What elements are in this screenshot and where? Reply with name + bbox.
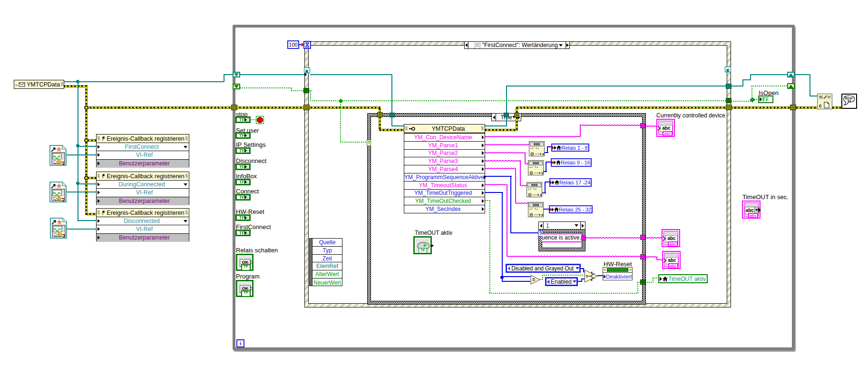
svg-text:1: 1 (62, 161, 65, 166)
svg-text:#: # (542, 152, 544, 156)
svg-text:3: 3 (63, 234, 65, 239)
svg-text:2: 2 (62, 198, 65, 202)
svg-text:#: # (541, 213, 543, 217)
svg-text:?: ? (585, 274, 588, 279)
svg-text:#: # (541, 171, 543, 175)
svg-text:c: c (819, 103, 822, 108)
svg-text:T: T (591, 271, 593, 275)
svg-text:#: # (540, 193, 542, 197)
svg-text:F: F (591, 278, 593, 282)
svg-text:?!: ?! (847, 99, 851, 104)
svg-text:=: = (532, 277, 535, 282)
